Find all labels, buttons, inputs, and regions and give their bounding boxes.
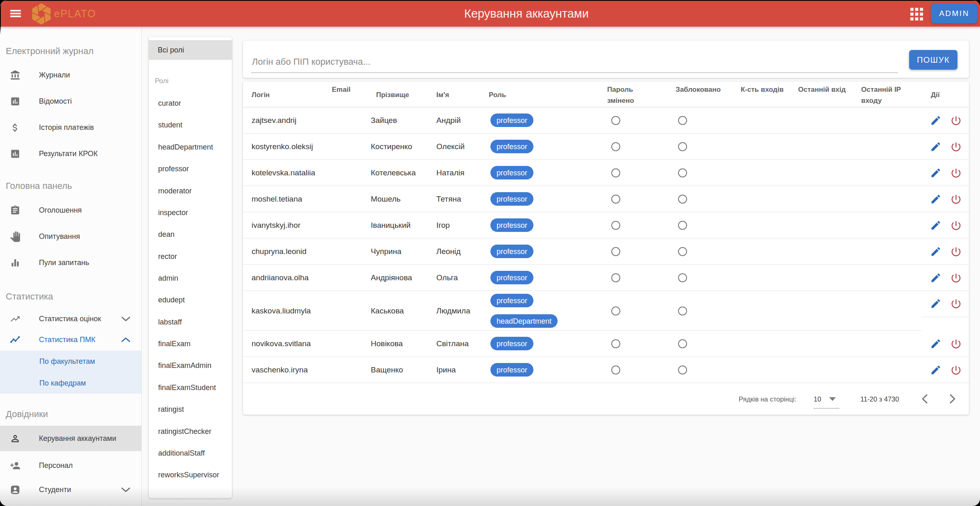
role-item-admin[interactable]: admin xyxy=(149,268,232,289)
role-item-ratingist[interactable]: ratingist xyxy=(149,399,232,420)
password-changed-radio[interactable] xyxy=(611,116,620,125)
role-item-finalExamAdmin[interactable]: finalExamAdmin xyxy=(149,355,232,377)
power-button[interactable] xyxy=(949,113,963,127)
edit-button[interactable] xyxy=(929,140,943,154)
role-item-reworksSupervisor[interactable]: reworksSupervisor xyxy=(149,464,232,486)
power-button[interactable] xyxy=(949,192,963,206)
sidebar-item-account-management[interactable]: Керування аккаунтами xyxy=(0,426,141,451)
sidebar-item-label: Персонал xyxy=(39,461,73,470)
blocked-radio[interactable] xyxy=(678,168,687,177)
edit-button[interactable] xyxy=(929,337,943,351)
power-button[interactable] xyxy=(949,297,963,311)
password-changed-radio[interactable] xyxy=(611,221,620,230)
sidebar-item-staff[interactable]: Персонал xyxy=(0,452,141,479)
column-header-actions[interactable]: Дії xyxy=(931,89,940,100)
search-button[interactable]: ПОШУК xyxy=(909,50,957,70)
edit-button[interactable] xyxy=(929,113,943,127)
apps-grid-icon[interactable] xyxy=(910,8,923,20)
sidebar-item-grades-statistics[interactable]: Статистика оцінок xyxy=(0,308,141,329)
role-item-professor[interactable]: professor xyxy=(149,158,232,180)
column-header-name[interactable]: Ім'я xyxy=(436,89,449,100)
blocked-radio[interactable] xyxy=(678,273,687,282)
password-changed-radio[interactable] xyxy=(611,339,620,348)
column-header-password-changed[interactable]: Пароль змінено xyxy=(607,84,634,106)
sidebar-subitem-by-faculties[interactable]: По факультетам xyxy=(0,351,141,372)
sidebar-item-announcements[interactable]: Оголошення xyxy=(0,197,141,223)
password-changed-radio[interactable] xyxy=(611,365,620,374)
edit-pencil-icon xyxy=(930,272,941,284)
edit-button[interactable] xyxy=(929,363,943,377)
role-item-ratingistChecker[interactable]: ratingistChecker xyxy=(149,420,232,442)
search-input[interactable] xyxy=(251,51,898,73)
edit-button[interactable] xyxy=(929,245,943,259)
sidebar-subitem-by-departments[interactable]: По кафедрам xyxy=(0,372,141,394)
power-button[interactable] xyxy=(949,140,963,154)
blocked-radio[interactable] xyxy=(678,365,687,374)
password-changed-radio[interactable] xyxy=(611,168,620,177)
password-changed-radio[interactable] xyxy=(611,273,620,282)
sidebar-item-statements[interactable]: Відомості xyxy=(0,88,141,114)
role-item-finalExamStudent[interactable]: finalExamStudent xyxy=(149,377,232,398)
section-header: Головна панель xyxy=(6,181,72,191)
role-cell: professor xyxy=(490,238,533,264)
role-cell: professor xyxy=(490,357,533,383)
edit-button[interactable] xyxy=(929,271,943,285)
role-item-moderator[interactable]: moderator xyxy=(149,180,232,202)
role-item-edudept[interactable]: edudept xyxy=(149,289,232,311)
blocked-radio[interactable] xyxy=(678,195,687,204)
sidebar-item-payment-history[interactable]: Історія платежів xyxy=(0,114,141,141)
column-header-email[interactable]: Email xyxy=(332,84,350,95)
role-item-student[interactable]: student xyxy=(149,114,232,136)
edit-button[interactable] xyxy=(929,192,943,206)
power-button[interactable] xyxy=(949,271,963,285)
role-item-finalExam[interactable]: finalExam xyxy=(149,333,232,355)
power-button[interactable] xyxy=(949,363,963,377)
roles-panel: Всі ролі Ролі curatorstudentheadDepartme… xyxy=(149,37,232,498)
sidebar-item-krok-results[interactable]: Результати КРОК xyxy=(0,141,141,167)
sidebar-item-surveys[interactable]: Опитування xyxy=(0,223,141,250)
password-changed-radio[interactable] xyxy=(611,195,620,204)
role-item-label: ratingist xyxy=(158,405,184,414)
blocked-radio[interactable] xyxy=(678,221,687,230)
role-item-headDepartment[interactable]: headDepartment xyxy=(149,136,232,158)
blocked-radio[interactable] xyxy=(678,306,687,315)
role-item-labstaff[interactable]: labstaff xyxy=(149,311,232,333)
password-changed-radio[interactable] xyxy=(611,142,620,151)
password-changed-radio[interactable] xyxy=(611,306,620,315)
password-changed-radio[interactable] xyxy=(611,247,620,256)
power-button[interactable] xyxy=(949,166,963,180)
edit-button[interactable] xyxy=(929,297,943,311)
account-box-icon xyxy=(10,484,20,495)
blocked-radio[interactable] xyxy=(678,142,687,151)
dropdown-caret-icon xyxy=(829,397,836,401)
power-button[interactable] xyxy=(949,337,963,351)
role-item-dean[interactable]: dean xyxy=(149,224,232,245)
sidebar-item-pmk-statistics[interactable]: Статистика ПМК xyxy=(0,329,141,350)
edit-button[interactable] xyxy=(929,218,943,232)
role-item-rector[interactable]: rector xyxy=(149,245,232,267)
column-header-blocked[interactable]: Заблоковано xyxy=(676,84,721,95)
sidebar-item-journals[interactable]: Журнали xyxy=(0,62,141,88)
role-item-inspector[interactable]: inspector xyxy=(149,202,232,223)
blocked-radio[interactable] xyxy=(678,247,687,256)
menu-icon[interactable] xyxy=(10,10,21,17)
column-header-logins-count[interactable]: К-сть входів xyxy=(741,84,784,95)
column-header-last-ip[interactable]: Останній IP входу xyxy=(861,84,901,106)
edit-button[interactable] xyxy=(929,166,943,180)
column-header-login[interactable]: Логін xyxy=(252,89,270,100)
all-roles-item[interactable]: Всі ролі xyxy=(149,40,232,60)
role-item-curator[interactable]: curator xyxy=(149,93,232,114)
previous-page-button[interactable] xyxy=(918,392,932,406)
sidebar-item-students[interactable]: Студенти xyxy=(0,477,141,503)
sidebar-item-question-pools[interactable]: Пули запитань xyxy=(0,250,141,276)
admin-button[interactable]: ADMIN xyxy=(931,4,978,23)
power-button[interactable] xyxy=(949,218,963,232)
role-item-additionalStaff[interactable]: additionalStaff xyxy=(149,442,232,464)
column-header-surname[interactable]: Прізвище xyxy=(376,89,409,100)
power-button[interactable] xyxy=(949,245,963,259)
next-page-button[interactable] xyxy=(945,392,959,406)
column-header-last-login[interactable]: Останній вхід xyxy=(798,84,846,95)
blocked-radio[interactable] xyxy=(678,116,687,125)
column-header-role[interactable]: Роль xyxy=(489,89,506,100)
blocked-radio[interactable] xyxy=(678,339,687,348)
